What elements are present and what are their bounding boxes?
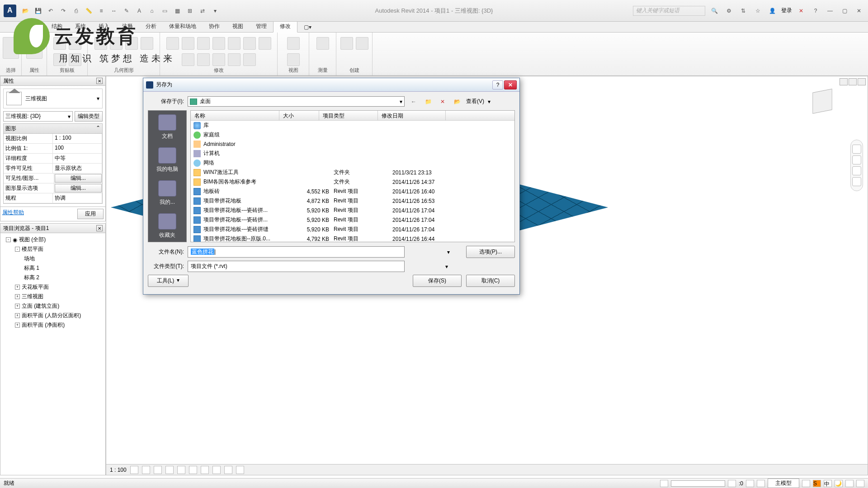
view-icon[interactable] — [287, 53, 300, 66]
crop-icon[interactable] — [189, 466, 197, 474]
mod-icon[interactable] — [212, 53, 225, 66]
style-icon[interactable] — [142, 466, 150, 474]
properties-close-icon[interactable]: ✕ — [96, 78, 103, 84]
tab-manage[interactable]: 管理 — [250, 21, 273, 32]
tag-icon[interactable]: ✎ — [121, 5, 132, 16]
login-label[interactable]: 登录 — [781, 7, 792, 14]
file-row[interactable]: 地板砖4,552 KBRevit 项目2014/11/26 16:40 — [191, 187, 514, 196]
save-in-dropdown[interactable]: 桌面 ▾ — [188, 96, 405, 107]
canvas-close-icon[interactable] — [858, 78, 866, 85]
file-row[interactable]: 项目带拼花地板---瓷砖拼...5,920 KBRevit 项目2014/11/… — [191, 206, 514, 215]
restore-icon[interactable]: ▢ — [839, 6, 850, 15]
tab-analyze[interactable]: 分析 — [139, 21, 163, 32]
close-icon[interactable]: ✕ — [854, 6, 864, 15]
text-icon[interactable]: A — [134, 5, 145, 16]
sb-ime-icon[interactable]: S — [813, 480, 821, 487]
apply-button[interactable]: 应用 — [77, 209, 104, 219]
up-icon[interactable]: 📁 — [423, 97, 434, 107]
file-row[interactable]: WIN7激活工具文件夹2011/3/21 23:13 — [191, 168, 514, 177]
tree-item[interactable]: 标高 1 — [2, 263, 104, 273]
undo-icon[interactable]: ↶ — [45, 5, 56, 16]
detail-icon[interactable] — [130, 466, 138, 474]
file-row[interactable]: 项目带拼花地板---瓷砖拼...5,920 KBRevit 项目2014/11/… — [191, 215, 514, 225]
close-windows-icon[interactable]: ⊞ — [184, 5, 195, 16]
dialog-help-icon[interactable]: ? — [492, 80, 503, 89]
sb-lang-icon[interactable]: 中 — [824, 480, 832, 487]
instance-dropdown[interactable]: 三维视图: {3D}▾ — [3, 111, 73, 122]
sb-punct-icon[interactable] — [845, 480, 854, 487]
reveal-icon[interactable] — [236, 466, 244, 474]
sb-keyboard-icon[interactable] — [856, 480, 864, 487]
options-button[interactable]: 选项(P)... — [466, 246, 515, 258]
filename-input[interactable]: 蓝色拼花| — [188, 246, 405, 258]
mod-icon[interactable] — [212, 37, 225, 50]
mod-icon[interactable] — [259, 37, 271, 50]
delete-icon[interactable]: ✕ — [437, 97, 448, 107]
measure-tool-icon[interactable] — [316, 37, 329, 50]
search-icon[interactable]: 🔍 — [709, 5, 720, 16]
tree-toggle-icon[interactable]: + — [15, 313, 20, 318]
tree-toggle-icon[interactable]: + — [15, 304, 20, 309]
tools-button[interactable]: 工具(L)▾ — [148, 275, 189, 287]
place-item[interactable]: 收藏夹 — [148, 210, 186, 242]
redo-icon[interactable]: ↷ — [58, 5, 69, 16]
mod-icon[interactable] — [197, 37, 210, 50]
file-row[interactable]: 项目带拼花地板图--原版.0...4,792 KBRevit 项目2014/11… — [191, 234, 514, 242]
file-row[interactable]: BIM各国各地标准参考文件夹2014/11/26 14:37 — [191, 177, 514, 187]
prop-value[interactable]: 1 : 100 — [53, 134, 102, 143]
mod-icon[interactable] — [166, 37, 179, 50]
crop-visible-icon[interactable] — [201, 466, 209, 474]
dialog-titlebar[interactable]: 另存为 ? ✕ — [143, 78, 519, 92]
view-dropdown-icon[interactable]: ▾ — [488, 99, 491, 105]
sun-icon[interactable] — [154, 466, 162, 474]
tree-item[interactable]: +面积平面 (人防分区面积) — [2, 311, 104, 320]
tree-item[interactable]: 场地 — [2, 254, 104, 263]
model-dropdown[interactable]: 主模型 — [768, 479, 799, 488]
mod-icon[interactable] — [182, 37, 194, 50]
file-row[interactable]: 家庭组 — [191, 130, 514, 140]
help-icon[interactable]: ? — [810, 5, 821, 16]
modify-tool-icon[interactable] — [3, 37, 19, 59]
file-list[interactable]: 库家庭组Administrator计算机网络WIN7激活工具文件夹2011/3/… — [191, 121, 514, 242]
prop-value[interactable]: 中等 — [53, 154, 102, 163]
qat-dropdown-icon[interactable]: ▾ — [210, 5, 221, 16]
section-icon[interactable]: ▭ — [159, 5, 170, 16]
dimension-icon[interactable]: ↔ — [108, 5, 119, 16]
match-icon[interactable] — [69, 53, 81, 66]
wheel-icon[interactable] — [852, 145, 861, 154]
tree-item[interactable]: +天花板平面 — [2, 282, 104, 292]
file-row[interactable]: 网络 — [191, 158, 514, 168]
cut-icon[interactable] — [69, 37, 81, 50]
tree-item[interactable]: -◉视图 (全部) — [2, 235, 104, 244]
sb-icon[interactable] — [746, 480, 754, 487]
file-row[interactable]: 库 — [191, 121, 514, 130]
file-row[interactable]: Administrator — [191, 140, 514, 149]
properties-header[interactable]: 属性 ✕ — [0, 76, 106, 86]
col-type[interactable]: 项目类型 — [319, 111, 378, 120]
mod-icon[interactable] — [197, 53, 210, 66]
geom-icon[interactable] — [141, 37, 153, 50]
measure-icon[interactable]: 📏 — [83, 5, 94, 16]
geom-icon[interactable] — [125, 37, 138, 50]
sb-filter-icon[interactable] — [802, 480, 810, 487]
tab-massing[interactable]: 体量和场地 — [163, 21, 203, 32]
pan-icon[interactable] — [852, 155, 861, 164]
thin-lines-icon[interactable]: ▦ — [172, 5, 183, 16]
place-item[interactable]: 我的... — [148, 177, 186, 210]
tree-item[interactable]: 标高 2 — [2, 273, 104, 282]
scale-display[interactable]: 1 : 100 — [110, 467, 127, 473]
dialog-close-icon[interactable]: ✕ — [504, 80, 517, 89]
tab-view[interactable]: 视图 — [226, 21, 250, 32]
prop-value[interactable]: 协调 — [53, 193, 102, 203]
open-icon[interactable]: 📂 — [20, 5, 31, 16]
help-search-input[interactable]: 键入关键字或短语 — [633, 6, 705, 16]
col-size[interactable]: 大小 — [279, 111, 319, 120]
temp-hide-icon[interactable] — [224, 466, 232, 474]
tree-toggle-icon[interactable]: + — [15, 294, 20, 299]
browser-close-icon[interactable]: ✕ — [96, 225, 103, 231]
filetype-dropdown[interactable]: 项目文件 (*.rvt) — [188, 261, 405, 272]
app-menu-icon[interactable] — [4, 5, 16, 17]
tree-toggle-icon[interactable]: + — [15, 323, 20, 328]
sb-moon-icon[interactable]: 🌙 — [835, 480, 843, 487]
place-item[interactable]: 文档 — [148, 111, 186, 144]
